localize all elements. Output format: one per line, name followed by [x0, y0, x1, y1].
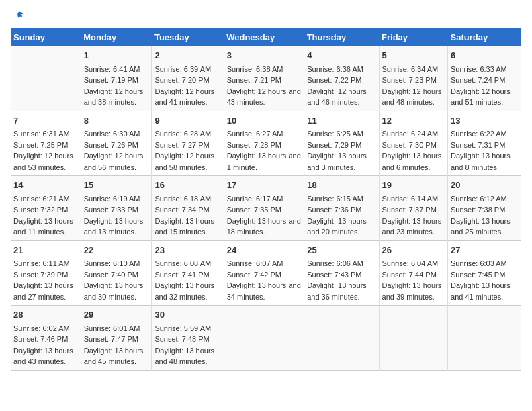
day-number: 20: [451, 179, 519, 192]
day-number: 12: [382, 114, 445, 128]
day-number: 25: [307, 244, 375, 257]
calendar-cell: 27Sunrise: 6:03 AMSunset: 7:45 PMDayligh…: [448, 240, 521, 306]
sunrise-text: Sunrise: 6:41 AM: [84, 65, 140, 73]
sunset-text: Sunset: 7:44 PM: [382, 271, 437, 279]
sunset-text: Sunset: 7:31 PM: [451, 141, 505, 149]
sunrise-text: Sunrise: 6:25 AM: [307, 130, 363, 138]
sunrise-text: Sunrise: 6:11 AM: [13, 259, 70, 267]
calendar-cell: 18Sunrise: 6:15 AMSunset: 7:36 PMDayligh…: [304, 176, 379, 241]
sunset-text: Sunset: 7:36 PM: [307, 205, 361, 214]
sunrise-text: Sunrise: 6:08 AM: [154, 259, 211, 267]
sunrise-text: Sunrise: 5:59 AM: [154, 324, 211, 332]
day-number: 16: [154, 179, 220, 192]
week-row-3: 14Sunrise: 6:21 AMSunset: 7:32 PMDayligh…: [11, 176, 521, 241]
calendar-cell: 24Sunrise: 6:07 AMSunset: 7:42 PMDayligh…: [224, 240, 304, 306]
calendar-cell: 11Sunrise: 6:25 AMSunset: 7:29 PMDayligh…: [304, 111, 379, 176]
calendar-cell: [448, 306, 521, 371]
day-number: 14: [13, 179, 78, 192]
sunrise-text: Sunrise: 6:14 AM: [382, 195, 439, 203]
day-number: 13: [451, 114, 519, 128]
sunrise-text: Sunrise: 6:27 AM: [227, 130, 283, 138]
sunset-text: Sunset: 7:26 PM: [84, 141, 138, 149]
daylight-text: Daylight: 13 hours and 1 minute.: [227, 152, 301, 171]
day-number: 26: [382, 244, 445, 257]
daylight-text: Daylight: 12 hours and 56 minutes.: [84, 152, 144, 171]
sunset-text: Sunset: 7:43 PM: [307, 271, 361, 279]
column-header-wednesday: Wednesday: [224, 28, 304, 46]
day-number: 3: [227, 49, 301, 62]
daylight-text: Daylight: 13 hours and 27 minutes.: [13, 281, 73, 301]
sunset-text: Sunset: 7:45 PM: [451, 271, 505, 279]
day-number: 10: [227, 114, 301, 128]
daylight-text: Daylight: 13 hours and 13 minutes.: [84, 217, 144, 236]
calendar-cell: 22Sunrise: 6:10 AMSunset: 7:40 PMDayligh…: [81, 240, 152, 306]
sunset-text: Sunset: 7:41 PM: [154, 271, 209, 279]
calendar-cell: 7Sunrise: 6:31 AMSunset: 7:25 PMDaylight…: [11, 111, 81, 176]
week-row-2: 7Sunrise: 6:31 AMSunset: 7:25 PMDaylight…: [11, 111, 521, 176]
sunrise-text: Sunrise: 6:28 AM: [154, 130, 211, 138]
sunrise-text: Sunrise: 6:38 AM: [227, 65, 283, 73]
daylight-text: Daylight: 13 hours and 34 minutes.: [227, 281, 301, 301]
calendar-cell: 4Sunrise: 6:36 AMSunset: 7:22 PMDaylight…: [304, 46, 379, 111]
daylight-text: Daylight: 13 hours and 6 minutes.: [382, 152, 442, 171]
sunset-text: Sunset: 7:33 PM: [84, 205, 138, 214]
calendar-cell: [304, 306, 379, 371]
sunset-text: Sunset: 7:35 PM: [227, 205, 281, 214]
calendar-cell: 25Sunrise: 6:06 AMSunset: 7:43 PMDayligh…: [304, 240, 379, 306]
daylight-text: Daylight: 13 hours and 23 minutes.: [382, 217, 442, 236]
day-number: 27: [451, 244, 519, 257]
sunrise-text: Sunrise: 6:17 AM: [227, 195, 283, 203]
column-header-monday: Monday: [81, 28, 152, 46]
calendar-cell: 28Sunrise: 6:02 AMSunset: 7:46 PMDayligh…: [11, 306, 81, 371]
daylight-text: Daylight: 12 hours and 58 minutes.: [154, 152, 214, 171]
sunset-text: Sunset: 7:47 PM: [84, 335, 138, 343]
sunset-text: Sunset: 7:22 PM: [307, 76, 361, 84]
day-number: 17: [227, 179, 301, 192]
daylight-text: Daylight: 13 hours and 43 minutes.: [13, 347, 73, 366]
sunset-text: Sunset: 7:23 PM: [382, 76, 437, 84]
daylight-text: Daylight: 13 hours and 41 minutes.: [451, 281, 511, 301]
day-number: 1: [84, 49, 149, 62]
daylight-text: Daylight: 13 hours and 30 minutes.: [84, 281, 144, 301]
daylight-text: Daylight: 12 hours and 38 minutes.: [84, 87, 144, 107]
daylight-text: Daylight: 12 hours and 46 minutes.: [307, 87, 367, 107]
column-header-saturday: Saturday: [448, 28, 521, 46]
calendar-cell: 21Sunrise: 6:11 AMSunset: 7:39 PMDayligh…: [11, 240, 81, 306]
calendar-cell: 17Sunrise: 6:17 AMSunset: 7:35 PMDayligh…: [224, 176, 304, 241]
sunset-text: Sunset: 7:48 PM: [154, 335, 209, 343]
column-header-thursday: Thursday: [304, 28, 379, 46]
day-number: 6: [451, 49, 519, 62]
day-number: 5: [382, 49, 445, 62]
day-number: 29: [84, 308, 149, 322]
sunrise-text: Sunrise: 6:36 AM: [307, 65, 363, 73]
day-number: 28: [13, 308, 78, 322]
calendar-cell: 10Sunrise: 6:27 AMSunset: 7:28 PMDayligh…: [224, 111, 304, 176]
week-row-1: 1Sunrise: 6:41 AMSunset: 7:19 PMDaylight…: [11, 46, 521, 111]
calendar-cell: 8Sunrise: 6:30 AMSunset: 7:26 PMDaylight…: [81, 111, 152, 176]
column-header-sunday: Sunday: [11, 28, 81, 46]
calendar-cell: 15Sunrise: 6:19 AMSunset: 7:33 PMDayligh…: [81, 176, 152, 241]
day-number: 8: [84, 114, 149, 128]
sunrise-text: Sunrise: 6:03 AM: [451, 259, 507, 267]
header: [11, 11, 521, 23]
daylight-text: Daylight: 13 hours and 39 minutes.: [382, 281, 442, 301]
calendar-cell: 3Sunrise: 6:38 AMSunset: 7:21 PMDaylight…: [224, 46, 304, 111]
sunset-text: Sunset: 7:19 PM: [84, 76, 138, 84]
day-number: 21: [13, 244, 78, 257]
sunrise-text: Sunrise: 6:04 AM: [382, 259, 439, 267]
daylight-text: Daylight: 13 hours and 11 minutes.: [13, 217, 73, 236]
sunset-text: Sunset: 7:46 PM: [13, 335, 68, 343]
daylight-text: Daylight: 13 hours and 18 minutes.: [227, 217, 301, 236]
sunset-text: Sunset: 7:39 PM: [13, 271, 68, 279]
sunset-text: Sunset: 7:40 PM: [84, 271, 138, 279]
calendar-cell: 9Sunrise: 6:28 AMSunset: 7:27 PMDaylight…: [152, 111, 224, 176]
sunrise-text: Sunrise: 6:15 AM: [307, 195, 363, 203]
daylight-text: Daylight: 13 hours and 3 minutes.: [307, 152, 367, 171]
daylight-text: Daylight: 13 hours and 8 minutes.: [451, 152, 511, 171]
column-header-tuesday: Tuesday: [152, 28, 224, 46]
sunset-text: Sunset: 7:42 PM: [227, 271, 281, 279]
sunrise-text: Sunrise: 6:06 AM: [307, 259, 363, 267]
sunrise-text: Sunrise: 6:34 AM: [382, 65, 439, 73]
calendar-cell: 13Sunrise: 6:22 AMSunset: 7:31 PMDayligh…: [448, 111, 521, 176]
sunset-text: Sunset: 7:24 PM: [451, 76, 505, 84]
